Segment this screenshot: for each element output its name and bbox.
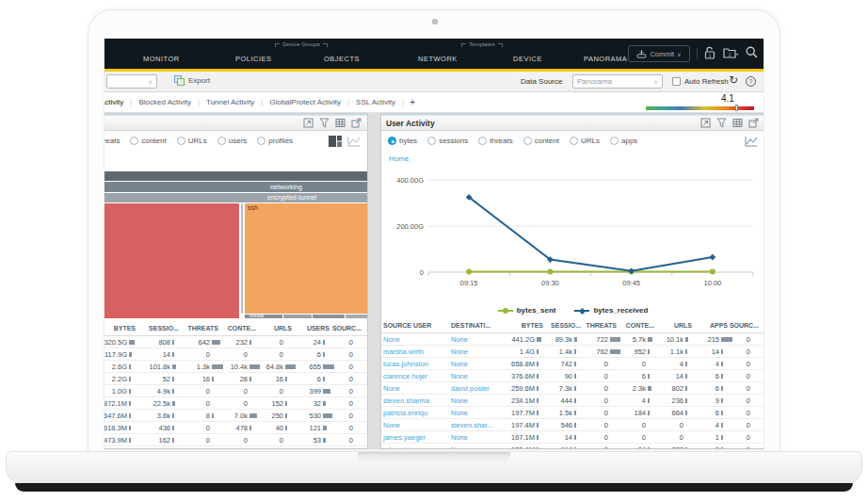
user-link-cell[interactable]: edward.torres <box>381 445 449 450</box>
column-header[interactable]: URLS <box>662 322 699 329</box>
radio-threats[interactable]: threats <box>478 137 512 145</box>
table-icon[interactable] <box>731 117 744 129</box>
filter-icon[interactable] <box>715 117 728 129</box>
table-row[interactable]: 618.3M4360478401210 <box>104 422 367 434</box>
auto-refresh-checkbox[interactable] <box>672 77 681 86</box>
tab-blocked-activity[interactable]: Blocked Activity <box>132 98 198 106</box>
bytes_sent-point[interactable] <box>710 269 715 275</box>
user-link-cell[interactable]: steven.shar... <box>449 421 506 429</box>
export-button[interactable]: Export <box>174 75 210 86</box>
radio-users[interactable]: users <box>217 137 248 145</box>
table-icon[interactable] <box>334 117 346 129</box>
user-link-cell[interactable]: steven.sharma <box>381 396 449 405</box>
table-row[interactable]: 117.9G1400060 <box>104 348 367 361</box>
treemap-view-icon[interactable] <box>329 136 342 147</box>
column-header[interactable]: URLS <box>264 325 299 331</box>
treemap-block-large[interactable] <box>104 203 239 318</box>
radio-content[interactable]: content <box>523 137 559 145</box>
column-header[interactable]: THREATS <box>588 322 624 329</box>
table-row[interactable]: edward.torresNone133.4M11402423320 <box>381 444 764 449</box>
column-header[interactable]: BYTES <box>104 325 143 331</box>
column-header[interactable]: SESSIO... <box>143 325 186 331</box>
nav-item-policies[interactable]: POLICIES <box>235 55 272 63</box>
column-header[interactable]: SOURC... <box>337 325 368 331</box>
radio-apps[interactable]: apps <box>610 137 637 145</box>
column-header[interactable]: SESSIO... <box>551 322 588 329</box>
radio-profiles[interactable]: profiles <box>257 137 293 145</box>
bytes_sent-point[interactable] <box>547 269 553 275</box>
table-row[interactable]: 2.6G101.8k1.3k10.4k64.8k6550 <box>104 361 367 373</box>
column-header[interactable]: CONTE... <box>226 325 264 331</box>
user-link-cell[interactable]: None <box>449 396 506 405</box>
radio-content[interactable]: content <box>130 137 166 145</box>
table-row[interactable]: 2.2G5216281660 <box>104 373 367 385</box>
bytes_sent-point[interactable] <box>466 269 472 275</box>
legend-bytes-sent[interactable]: bytes_sent <box>498 306 556 315</box>
column-header[interactable]: CONTE... <box>624 322 662 329</box>
user-link-cell[interactable]: None <box>449 433 506 442</box>
search-icon[interactable] <box>746 46 758 59</box>
user-link-cell[interactable]: marsha.wirth <box>381 347 449 356</box>
refresh-icon[interactable]: ↻ <box>729 73 738 87</box>
nav-item-monitor[interactable]: MONITOR <box>143 55 180 63</box>
table-row[interactable]: 401.1M10.5k02.0k1.4k2150 <box>104 446 367 449</box>
treemap-block-sliver[interactable] <box>241 203 243 314</box>
add-tab-button[interactable]: + <box>404 97 421 107</box>
treemap-encrypted-tunnel-bar[interactable]: encrypted-tunnel <box>104 193 367 202</box>
column-header[interactable]: DESTINATI... <box>449 322 506 329</box>
nav-item-panorama[interactable]: PANORAMA <box>584 55 627 63</box>
radio-threats[interactable]: threats <box>104 137 120 145</box>
legend-bytes-received[interactable]: bytes_received <box>574 306 648 315</box>
table-row[interactable]: steven.sharmaNone234.1M4440423690 <box>381 395 764 407</box>
tab-tunnel-activity[interactable]: Tunnel Activity <box>200 98 261 106</box>
table-row[interactable]: NoneNone441.2G89.3k7225.7k10.1k2150 <box>381 333 764 346</box>
column-header[interactable]: SOURCE USER <box>381 322 449 329</box>
table-row[interactable]: patricia.enriquNone197.7M1.5k018466460 <box>381 407 764 419</box>
commit-button[interactable]: Commit ∨ <box>628 45 690 62</box>
filter-icon[interactable] <box>318 117 330 129</box>
radio-urls[interactable]: URLs <box>570 137 600 145</box>
user-link-cell[interactable]: patricia.enriqu <box>381 409 449 417</box>
export-panel-icon[interactable] <box>350 117 362 129</box>
user-link-cell[interactable]: None <box>381 335 449 344</box>
tab-globalprotect-activity[interactable]: GlobalProtect Activity <box>263 98 347 106</box>
table-row[interactable]: lucas.johnstonNone658.8M74200440 <box>381 358 764 370</box>
user-link-cell[interactable]: clarence.hujer <box>381 372 449 380</box>
line-chart-view-icon[interactable] <box>745 136 758 147</box>
radio-bytes[interactable]: bytes <box>388 137 417 145</box>
line-chart-view-icon[interactable] <box>347 136 361 147</box>
treemap-strip-segment[interactable] <box>313 315 345 318</box>
bytes_received-point[interactable] <box>709 254 715 261</box>
table-row[interactable]: marsha.wirthNone1.4G1.4k7629521.1k140 <box>381 346 764 358</box>
user-link-cell[interactable]: None <box>449 372 506 380</box>
user-link-cell[interactable]: None <box>449 335 506 344</box>
nav-item-network[interactable]: NETWORK <box>418 55 458 63</box>
user-link-cell[interactable]: lucas.johnston <box>381 360 449 368</box>
nav-item-device[interactable]: DEVICE <box>513 55 542 63</box>
column-header[interactable]: THREATS <box>186 325 226 331</box>
table-row[interactable]: 872.1M22.5k00152320 <box>104 397 367 410</box>
user-link-cell[interactable]: james.yaeger <box>381 433 449 442</box>
treemap-strip-segment[interactable] <box>346 315 368 318</box>
table-row[interactable]: Nonesteven.shar...197.4M54600040 <box>381 419 764 431</box>
treemap-strip-segment[interactable] <box>283 315 312 318</box>
user-link-cell[interactable]: david.poster <box>449 384 506 393</box>
table-row[interactable]: 320.5G8086422320240 <box>104 336 367 348</box>
user-link-cell[interactable]: None <box>449 409 506 417</box>
user-link-cell[interactable]: None <box>381 384 449 393</box>
tab-ssl-activity[interactable]: SSL Activity <box>349 98 402 106</box>
table-row[interactable]: clarence.hujerNone376.6M90061460 <box>381 370 764 382</box>
tab-activity[interactable]: Activity <box>104 98 130 106</box>
nav-item-objects[interactable]: OBJECTS <box>324 55 360 63</box>
data-source-select[interactable]: Panorama ∨ <box>572 74 663 89</box>
user-link-cell[interactable]: None <box>381 421 449 429</box>
table-row[interactable]: Nonedavid.poster259.6M7.3k02.3k80260 <box>381 382 764 395</box>
radio-sessions[interactable]: sessions <box>427 137 468 145</box>
table-row[interactable]: 647.6M3.6k87.0k2505300 <box>104 410 367 422</box>
user-link-cell[interactable]: None <box>449 347 506 356</box>
treemap-networking-bar[interactable]: networking <box>104 182 367 192</box>
treemap-block-ssh[interactable]: ssh <box>245 203 368 314</box>
folder-icon[interactable]: 1 <box>723 46 739 59</box>
user-link-cell[interactable]: None <box>449 445 506 450</box>
table-row[interactable]: 1.0G4.9k0003990 <box>104 385 367 397</box>
